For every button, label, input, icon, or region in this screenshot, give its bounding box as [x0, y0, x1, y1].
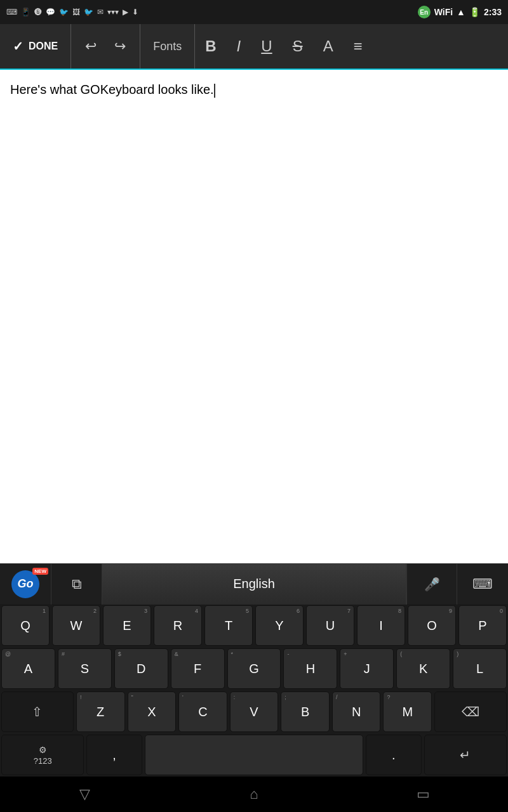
- keyboard-icon: ⌨: [6, 8, 17, 16]
- go-keyboard-button[interactable]: Go NEW: [0, 564, 51, 605]
- twitter-icon: 🐦: [59, 8, 69, 16]
- symbols-button[interactable]: ⚙ ?123: [1, 735, 84, 775]
- language-label: English: [233, 577, 275, 591]
- shift-button[interactable]: ⇧: [1, 691, 74, 732]
- key-s[interactable]: #S: [58, 648, 112, 689]
- chat-icon: 💬: [46, 8, 55, 16]
- clipboard-icon: ⧉: [72, 576, 82, 593]
- key-c[interactable]: 'C: [178, 691, 227, 732]
- bold-button[interactable]: B: [195, 24, 226, 69]
- text-cursor: [214, 84, 215, 98]
- mic-icon: 🎤: [424, 577, 440, 592]
- wifi-icon: WiFi: [434, 7, 453, 17]
- new-badge: NEW: [32, 568, 48, 575]
- recents-button[interactable]: ▭: [398, 776, 449, 812]
- mail-icon: ✉: [97, 8, 104, 16]
- sym-label: ?123: [34, 756, 52, 766]
- key-l[interactable]: )L: [453, 648, 507, 689]
- clipboard-button[interactable]: ⧉: [51, 564, 102, 605]
- phone-icon: 📱: [21, 8, 30, 16]
- key-h[interactable]: -H: [283, 648, 337, 689]
- twitter2-icon: 🐦: [84, 8, 93, 16]
- image-icon: 🖼: [72, 8, 80, 16]
- delete-button[interactable]: ⌫: [434, 691, 507, 732]
- key-t[interactable]: 5T: [204, 605, 253, 646]
- key-m[interactable]: ?M: [383, 691, 432, 732]
- home-icon: ⌂: [250, 786, 258, 802]
- enter-button[interactable]: ↵: [424, 735, 507, 775]
- done-label: DONE: [29, 41, 58, 52]
- more-format-button[interactable]: ≡: [344, 24, 373, 69]
- key-j[interactable]: +J: [340, 648, 394, 689]
- highlight-button[interactable]: A: [313, 24, 344, 69]
- done-button[interactable]: ✓ DONE: [0, 24, 71, 69]
- mic-button[interactable]: 🎤: [406, 564, 457, 605]
- signal-icon: ▾▾▾: [107, 8, 119, 16]
- key-k[interactable]: (K: [396, 648, 450, 689]
- status-bar: ⌨ 📱 🅖 💬 🐦 🖼 🐦 ✉ ▾▾▾ ▶ ⬇ En WiFi ▲ 🔋 2:33: [0, 0, 508, 24]
- key-n[interactable]: /N: [332, 691, 381, 732]
- key-r[interactable]: 4R: [154, 605, 202, 646]
- key-u[interactable]: 7U: [306, 605, 354, 646]
- fonts-label: Fonts: [153, 40, 182, 53]
- key-w[interactable]: 2W: [52, 605, 100, 646]
- clock: 2:33: [484, 7, 502, 17]
- status-right: En WiFi ▲ 🔋 2:33: [418, 6, 502, 18]
- undo-button[interactable]: ↩: [77, 33, 104, 60]
- dl-icon: ⬇: [132, 8, 138, 16]
- key-q[interactable]: 1Q: [1, 605, 50, 646]
- key-e[interactable]: 3E: [103, 605, 151, 646]
- key-a[interactable]: @A: [1, 648, 55, 689]
- period-key[interactable]: .: [366, 735, 422, 775]
- key-i[interactable]: 8I: [357, 605, 405, 646]
- fonts-button[interactable]: Fonts: [140, 24, 195, 69]
- key-g[interactable]: *G: [227, 648, 281, 689]
- key-row-4: ⚙ ?123 , . ↵: [0, 733, 508, 776]
- space-key[interactable]: [145, 735, 363, 775]
- underline-button[interactable]: U: [251, 24, 282, 69]
- keyboard-area: Go NEW ⧉ English 🎤 ⌨ 1Q 2W 3E 4R 5T 6Y 7…: [0, 563, 508, 812]
- status-icons-left: ⌨ 📱 🅖 💬 🐦 🖼 🐦 ✉ ▾▾▾ ▶ ⬇: [6, 8, 138, 16]
- comma-key[interactable]: ,: [86, 735, 142, 775]
- format-group: B I U S A ≡: [195, 24, 508, 69]
- keyboard-icon: ⌨: [472, 576, 493, 593]
- key-x[interactable]: "X: [128, 691, 177, 732]
- key-row-2: @A #S $D &F *G -H +J (K )L: [0, 647, 508, 690]
- language-selector[interactable]: English: [102, 564, 406, 605]
- signal-bars-icon: ▲: [457, 7, 465, 17]
- strikethrough-button[interactable]: S: [283, 24, 313, 69]
- back-icon: ▽: [79, 786, 90, 802]
- recents-icon: ▭: [417, 786, 430, 802]
- undo-redo-group: ↩ ↪: [71, 24, 140, 69]
- home-button[interactable]: ⌂: [229, 776, 279, 812]
- key-row-1: 1Q 2W 3E 4R 5T 6Y 7U 8I 9O 0P: [0, 604, 508, 647]
- back-button[interactable]: ▽: [59, 776, 110, 812]
- key-b[interactable]: ;B: [281, 691, 330, 732]
- key-y[interactable]: 6Y: [255, 605, 304, 646]
- nav-bar: ▽ ⌂ ▭: [0, 776, 508, 812]
- key-f[interactable]: &F: [171, 648, 225, 689]
- editor-text: Here's what GOKeyboard looks like.: [10, 82, 214, 96]
- check-icon: ✓: [13, 39, 23, 54]
- key-z[interactable]: !Z: [76, 691, 125, 732]
- go-icon: 🅖: [34, 8, 42, 16]
- keys-section: 1Q 2W 3E 4R 5T 6Y 7U 8I 9O 0P @A #S $D &…: [0, 604, 508, 776]
- key-d[interactable]: $D: [114, 648, 168, 689]
- gear-icon: ⚙: [39, 745, 47, 755]
- key-p[interactable]: 0P: [458, 605, 507, 646]
- text-editor[interactable]: Here's what GOKeyboard looks like.: [0, 70, 508, 595]
- redo-button[interactable]: ↪: [107, 33, 133, 60]
- key-v[interactable]: :V: [230, 691, 279, 732]
- keyboard-toggle-button[interactable]: ⌨: [457, 564, 508, 605]
- italic-button[interactable]: I: [227, 24, 251, 69]
- go-label: Go: [18, 577, 34, 591]
- key-o[interactable]: 9O: [408, 605, 456, 646]
- language-bar: Go NEW ⧉ English 🎤 ⌨: [0, 563, 508, 604]
- play-icon: ▶: [123, 8, 128, 16]
- battery-icon: 🔋: [469, 7, 480, 17]
- toolbar: ✓ DONE ↩ ↪ Fonts B I U S A ≡: [0, 24, 508, 70]
- en-badge: En: [418, 6, 431, 18]
- key-row-3: ⇧ !Z "X 'C :V ;B /N ?M ⌫: [0, 690, 508, 733]
